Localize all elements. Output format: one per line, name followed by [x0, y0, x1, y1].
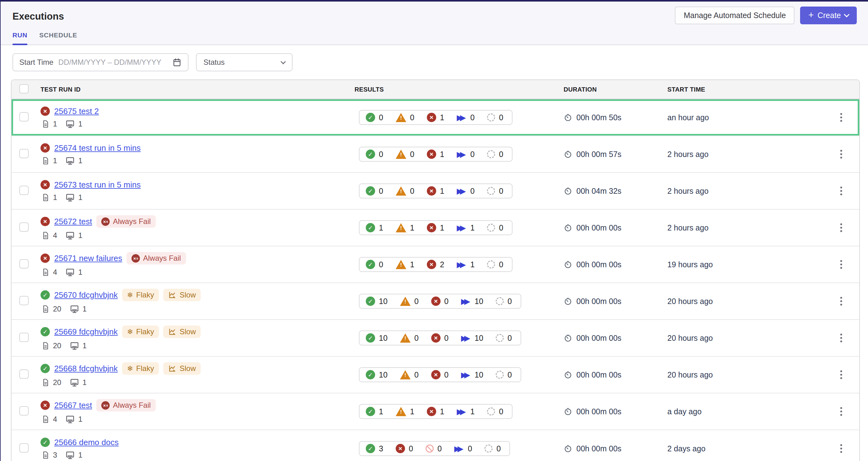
result-passed: ✓1 — [366, 407, 383, 416]
passed-icon: ✓ — [40, 327, 50, 336]
results-summary: ✓10!0×0▶▶100 — [359, 367, 521, 382]
row-menu-button[interactable] — [834, 257, 849, 272]
test-run-link[interactable]: 25672 test — [54, 217, 92, 226]
warning-icon: ! — [396, 260, 406, 269]
test-run-link[interactable]: 25673 test run in 5 mins — [54, 180, 141, 190]
filters-bar: Start Time DD/MM/YYYY – DD/MM/YYYY Statu… — [1, 45, 868, 80]
test-run-link[interactable]: 25669 fdcghvbjnk — [54, 327, 118, 337]
row-checkbox[interactable] — [19, 406, 29, 416]
result-count: 0 — [444, 297, 448, 306]
test-run-link[interactable]: 25670 fdcghvbjnk — [54, 290, 118, 300]
tag-badge-flaky: ❄Flaky — [122, 326, 159, 338]
table-row[interactable]: × 25675 test 2 1 — [11, 99, 859, 136]
row-checkbox[interactable] — [19, 296, 29, 305]
result-count: 1 — [440, 407, 444, 416]
row-menu-button[interactable] — [834, 147, 849, 162]
row-checkbox[interactable] — [19, 186, 29, 195]
skipped-icon: ▶▶ — [461, 333, 471, 343]
row-checkbox[interactable] — [19, 259, 29, 269]
result-failed: ×1 — [427, 113, 444, 122]
row-menu-button[interactable] — [834, 404, 849, 419]
row-checkbox[interactable] — [19, 333, 29, 342]
select-all-checkbox[interactable] — [19, 84, 29, 93]
table-row[interactable]: × 25673 test run in 5 mins 1 — [11, 173, 859, 210]
result-count: 0 — [379, 260, 383, 269]
row-checkbox[interactable] — [19, 149, 29, 158]
start-time-filter-label: Start Time — [19, 58, 53, 67]
result-notrun: 0 — [487, 187, 503, 195]
row-menu-button[interactable] — [834, 294, 849, 309]
tag-badge-slow: Slow — [163, 362, 200, 375]
table-row[interactable]: × 25674 test run in 5 mins 1 — [11, 136, 859, 173]
timer-icon — [564, 370, 572, 379]
test-run-link[interactable]: 25667 test — [54, 401, 92, 410]
results-summary: ✓3×00▶▶00 — [359, 441, 510, 456]
tag-badge-flaky: ❄Flaky — [122, 289, 159, 301]
status-filter[interactable]: Status — [196, 53, 292, 71]
tag-badge-slow: Slow — [163, 289, 200, 301]
start-time-filter[interactable]: Start Time DD/MM/YYYY – DD/MM/YYYY — [12, 53, 188, 71]
result-count: 0 — [470, 113, 474, 122]
tab-bar: RUN SCHEDULE — [12, 31, 857, 44]
test-run-link[interactable]: 25674 test run in 5 mins — [54, 143, 141, 153]
test-run-link[interactable]: 25671 new failures — [54, 253, 122, 263]
table-row[interactable]: × 25667 test ×sAlways Fail 4 — [11, 393, 859, 430]
tab-schedule[interactable]: SCHEDULE — [39, 31, 77, 44]
test-run-link[interactable]: 25675 test 2 — [54, 106, 99, 116]
document-icon — [41, 231, 50, 240]
result-notrun: 0 — [496, 370, 512, 379]
row-checkbox[interactable] — [19, 369, 29, 379]
tag-label: Flaky — [136, 290, 154, 299]
test-cases-count: 1 — [41, 193, 57, 202]
row-checkbox[interactable] — [19, 222, 29, 232]
passed-icon: ✓ — [366, 113, 375, 122]
warning-icon: ! — [400, 370, 411, 379]
tag-badge-always-fail: ×sAlways Fail — [96, 399, 155, 411]
passed-icon: ✓ — [366, 370, 375, 379]
result-passed: ✓0 — [366, 260, 383, 269]
table-row[interactable]: ✓ 25666 demo docs 3 — [11, 430, 859, 461]
manage-automated-schedule-button[interactable]: Manage Automated Schedule — [675, 6, 795, 24]
row-checkbox[interactable] — [19, 112, 29, 121]
skipped-icon: ▶▶ — [457, 113, 466, 122]
test-cases-count: 20 — [41, 305, 61, 313]
failed-icon: × — [40, 401, 50, 410]
row-menu-button[interactable] — [834, 220, 849, 235]
test-run-link[interactable]: 25668 fdcghvbjnk — [54, 364, 118, 373]
table-row[interactable]: ✓ 25670 fdcghvbjnk ❄FlakySlow 20 — [11, 283, 859, 320]
row-menu-button[interactable] — [834, 110, 849, 125]
tag-list: ×sAlways Fail — [126, 252, 186, 265]
row-menu-button[interactable] — [834, 441, 849, 456]
start-time-value: 20 hours ago — [668, 334, 713, 342]
result-skipped: ▶▶0 — [457, 113, 474, 122]
skipped-icon: ▶▶ — [461, 370, 471, 379]
test-run-link[interactable]: 25666 demo docs — [54, 438, 119, 447]
notrun-icon — [487, 407, 495, 416]
result-count: 10 — [474, 370, 483, 379]
passed-icon: ✓ — [366, 444, 375, 453]
row-menu-button[interactable] — [834, 183, 849, 198]
result-count: 0 — [507, 370, 512, 379]
column-header-start-time: START TIME — [668, 86, 823, 93]
plus-icon: + — [808, 10, 814, 20]
table-row[interactable]: ✓ 25669 fdcghvbjnk ❄FlakySlow 20 — [11, 320, 859, 357]
status-filter-placeholder: Status — [204, 58, 225, 67]
machines-count: 1 — [65, 414, 82, 424]
result-count: 0 — [499, 187, 503, 195]
column-header-duration: DURATION — [563, 86, 668, 93]
row-checkbox[interactable] — [19, 443, 29, 453]
result-count: 0 — [410, 113, 414, 122]
start-time-value: 19 hours ago — [668, 260, 713, 269]
row-menu-button[interactable] — [834, 331, 849, 345]
result-count: 1 — [470, 260, 474, 269]
tab-run[interactable]: RUN — [12, 31, 27, 44]
row-menu-button[interactable] — [834, 367, 849, 382]
failed-icon: × — [431, 333, 440, 343]
table-row[interactable]: ✓ 25668 fdcghvbjnk ❄FlakySlow 20 — [11, 357, 859, 393]
passed-icon: ✓ — [366, 297, 375, 306]
create-button[interactable]: + Create — [800, 6, 857, 24]
table-row[interactable]: × 25671 new failures ×sAlways Fail 4 — [11, 246, 859, 283]
table-row[interactable]: × 25672 test ×sAlways Fail 4 — [11, 210, 859, 246]
test-cases-count: 4 — [41, 415, 57, 424]
duration-value: 00h 00m 00s — [577, 444, 622, 453]
